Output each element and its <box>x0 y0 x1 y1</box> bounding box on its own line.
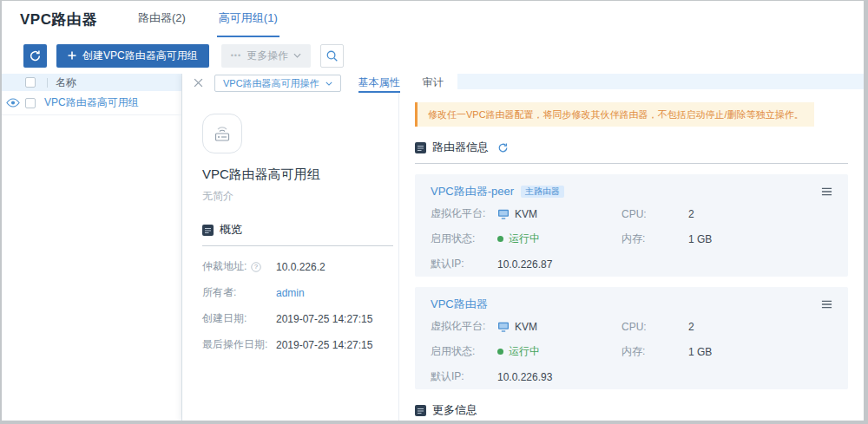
create-ha-group-label: 创建VPC路由器高可用组 <box>82 49 198 63</box>
hypervisor-icon <box>497 322 510 332</box>
detail-tabs: 基本属性 审计 <box>358 74 444 93</box>
select-all-checkbox[interactable] <box>25 77 36 88</box>
app-window: VPC路由器 路由器(2) 高可用组(1) 创建VPC路由器高可用组 ••• 更… <box>0 0 868 424</box>
card-menu-icon[interactable] <box>821 187 832 196</box>
page-header: VPC路由器 路由器(2) 高可用组(1) <box>2 1 864 37</box>
ellipsis-icon: ••• <box>231 51 241 60</box>
search-icon <box>326 49 339 62</box>
overview-section-header: 概览 <box>202 222 393 238</box>
create-ha-group-button[interactable]: 创建VPC路由器高可用组 <box>56 44 209 68</box>
field-owner: 所有者: admin <box>202 285 393 300</box>
hypervisor-icon <box>497 209 510 219</box>
detail-body: VPC路由器高可用组 无简介 概览 仲裁地址:? 10.0.226.2 所有者: <box>182 93 864 421</box>
search-button[interactable] <box>320 44 344 68</box>
detail-description: 无简介 <box>202 189 393 204</box>
status-dot <box>497 236 503 242</box>
field-create-date: 创建日期: 2019-07-25 14:27:15 <box>202 311 393 326</box>
router-info-heading: 路由器信息 <box>432 140 489 155</box>
plus-icon <box>68 51 76 60</box>
owner-link[interactable]: admin <box>276 287 305 299</box>
actions-dropdown[interactable]: VPC路由器高可用操作 <box>214 75 341 92</box>
router-name-link[interactable]: VPC路由器 <box>431 297 488 312</box>
detail-panel: VPC路由器高可用操作 基本属性 审计 VPC路由器高可用组 无简介 <box>182 74 864 421</box>
detail-content-column: 修改任一VPC路由器配置，将同步修改其伙伴路由器，不包括启动停止/删除等独立操作… <box>399 93 864 421</box>
router-card: VPC路由器 虚拟化平台: KVM CPU: 2 启用状态: 运行中 内存: 1… <box>415 287 848 389</box>
overview-heading: 概览 <box>220 222 242 238</box>
more-actions-label: 更多操作 <box>247 49 288 63</box>
toolbar: 创建VPC路由器高可用组 ••• 更多操作 <box>2 37 864 74</box>
tab-audit[interactable]: 审计 <box>423 74 444 93</box>
status-dot <box>497 349 503 355</box>
ha-group-list: 名称 VPC路由器高可用组 <box>2 74 182 421</box>
router-info-icon <box>415 142 426 153</box>
chevron-down-icon <box>293 53 301 58</box>
more-info-heading: 更多信息 <box>432 402 477 418</box>
warning-banner: 修改任一VPC路由器配置，将同步修改其伙伴路由器，不包括启动停止/删除等独立操作… <box>415 102 814 127</box>
vpc-router-ha-group-icon <box>202 114 242 153</box>
row-checkbox[interactable] <box>25 98 36 108</box>
table-row[interactable]: VPC路由器高可用组 <box>2 91 181 115</box>
router-card: VPC路由器-peer 主路由器 虚拟化平台: KVM CPU: 2 启用状态:… <box>415 174 848 277</box>
tab-ha-groups[interactable]: 高可用组(1) <box>217 1 279 37</box>
router-info-section-header: 路由器信息 <box>415 140 848 155</box>
column-divider <box>47 78 48 88</box>
page-tabs: 路由器(2) 高可用组(1) <box>136 1 279 37</box>
router-name-link[interactable]: VPC路由器-peer <box>431 184 514 199</box>
viewing-eye-icon <box>6 97 20 108</box>
status-badge: 运行中 <box>509 232 540 246</box>
overview-icon <box>202 225 214 236</box>
tab-routers[interactable]: 路由器(2) <box>136 1 187 37</box>
more-info-icon <box>415 405 426 416</box>
overview-fields: 仲裁地址:? 10.0.226.2 所有者: admin 创建日期: 2019-… <box>202 259 393 352</box>
field-arbitration-address: 仲裁地址:? 10.0.226.2 <box>202 259 393 274</box>
field-last-op-date: 最后操作日期: 2019-07-25 14:27:15 <box>202 337 393 352</box>
header-fill-strip <box>457 74 864 89</box>
more-info-section-header: 更多信息 <box>415 402 848 418</box>
detail-summary-column: VPC路由器高可用组 无简介 概览 仲裁地址:? 10.0.226.2 所有者: <box>182 93 399 421</box>
help-icon[interactable]: ? <box>251 262 261 272</box>
svg-text:?: ? <box>254 263 259 271</box>
page-title: VPC路由器 <box>20 10 97 29</box>
chevron-down-icon <box>326 82 332 86</box>
section-divider <box>415 163 848 164</box>
close-icon[interactable] <box>194 78 204 88</box>
detail-header: VPC路由器高可用操作 基本属性 审计 <box>182 74 864 93</box>
section-divider <box>202 245 393 246</box>
ha-group-name-link[interactable]: VPC路由器高可用组 <box>44 95 139 110</box>
actions-dropdown-label: VPC路由器高可用操作 <box>223 77 319 90</box>
primary-router-badge: 主路由器 <box>521 186 564 198</box>
list-header: 名称 <box>2 74 181 91</box>
section-refresh-icon[interactable] <box>497 142 509 153</box>
tab-basic-properties[interactable]: 基本属性 <box>358 74 400 93</box>
name-column-header: 名称 <box>56 75 76 90</box>
status-badge: 运行中 <box>509 344 540 359</box>
detail-title: VPC路由器高可用组 <box>202 166 393 183</box>
main-area: 名称 VPC路由器高可用组 VPC路由器高可用操作 基本属性 审计 <box>2 74 864 421</box>
more-actions-button[interactable]: ••• 更多操作 <box>221 44 311 68</box>
card-menu-icon[interactable] <box>821 300 832 309</box>
refresh-button[interactable] <box>23 44 47 68</box>
refresh-icon <box>29 49 42 62</box>
